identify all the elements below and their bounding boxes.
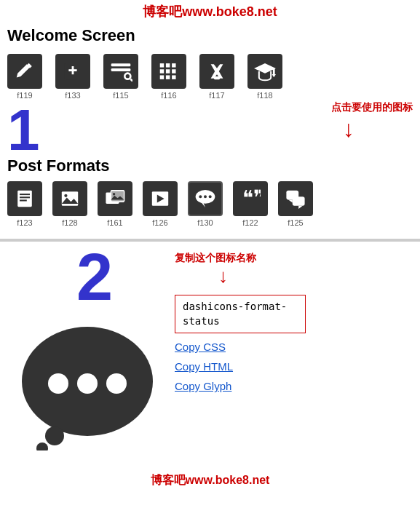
icon-box-f116[interactable] bbox=[151, 54, 186, 89]
icon-label-f161: f161 bbox=[107, 218, 122, 227]
svg-rect-15 bbox=[166, 75, 170, 79]
svg-point-27 bbox=[64, 194, 67, 197]
watermark-top: 博客吧www.boke8.net bbox=[0, 0, 420, 22]
svg-point-32 bbox=[113, 193, 115, 195]
icon-box-f128[interactable] bbox=[52, 181, 87, 216]
icon-item-f161[interactable]: f161 bbox=[98, 181, 132, 227]
svg-rect-18 bbox=[214, 76, 220, 79]
visibility-icon bbox=[109, 61, 132, 82]
icon-item-f118[interactable]: f118 bbox=[247, 54, 282, 100]
svg-point-38 bbox=[204, 195, 207, 198]
svg-rect-24 bbox=[20, 196, 30, 198]
icon-label-f130: f130 bbox=[197, 218, 213, 227]
icon-item-f123[interactable]: f123 bbox=[7, 181, 42, 227]
icon-box-f130[interactable] bbox=[188, 181, 223, 216]
icon-item-f119[interactable]: f119 bbox=[7, 54, 42, 100]
icon-box-f122[interactable]: ❝❞ bbox=[233, 181, 268, 216]
svg-line-7 bbox=[130, 79, 132, 82]
copy-html-link[interactable]: Copy HTML bbox=[175, 360, 413, 373]
plus-icon bbox=[63, 61, 83, 82]
graduation-icon bbox=[254, 61, 276, 82]
svg-point-6 bbox=[126, 74, 130, 78]
svg-rect-2 bbox=[68, 69, 76, 71]
svg-point-47 bbox=[48, 373, 68, 394]
edit-icon bbox=[15, 61, 35, 82]
svg-rect-16 bbox=[172, 75, 175, 79]
svg-rect-25 bbox=[20, 199, 27, 201]
section2-number: 2 bbox=[76, 245, 113, 310]
dismiss-icon bbox=[207, 61, 227, 82]
svg-rect-8 bbox=[160, 63, 164, 67]
svg-point-48 bbox=[77, 373, 98, 394]
icon-label-f123: f123 bbox=[17, 218, 32, 227]
gallery-icon bbox=[105, 188, 125, 209]
icon-box-f126[interactable] bbox=[143, 181, 178, 216]
section2: 2 复制这个图标名称 ↓ bbox=[0, 240, 420, 493]
svg-rect-3 bbox=[111, 63, 131, 66]
video-icon bbox=[150, 188, 170, 209]
watermark-bottom: 博客吧www.boke8.net bbox=[0, 470, 420, 493]
big-icon-preview bbox=[7, 303, 167, 463]
icon-label-f116: f116 bbox=[161, 91, 176, 100]
svg-marker-43 bbox=[288, 199, 293, 202]
status-icon bbox=[194, 188, 217, 209]
icon-label-f133: f133 bbox=[65, 91, 80, 100]
icon-box-f117[interactable] bbox=[199, 54, 234, 89]
icon-box-f119[interactable] bbox=[7, 54, 42, 89]
welcome-screen-section: 博客吧www.boke8.net Welcome Screen f119 f13… bbox=[0, 0, 420, 240]
section2-annotation-text: 复制这个图标名称 bbox=[175, 252, 256, 265]
icon-item-f115[interactable]: f115 bbox=[103, 54, 138, 100]
svg-marker-17 bbox=[211, 64, 223, 79]
svg-rect-12 bbox=[166, 69, 170, 73]
icon-name-box[interactable]: dashicons-format- status bbox=[175, 295, 306, 333]
svg-rect-44 bbox=[293, 196, 305, 206]
icon-item-f133[interactable]: f133 bbox=[55, 54, 90, 100]
svg-rect-30 bbox=[111, 191, 124, 202]
icon-box-f118[interactable] bbox=[247, 54, 282, 89]
note-icon bbox=[15, 188, 35, 209]
icon-item-f116[interactable]: f116 bbox=[151, 54, 186, 100]
quote-icon: ❝❞ bbox=[240, 188, 261, 209]
icon-box-f161[interactable] bbox=[98, 181, 132, 216]
icon-item-f125[interactable]: f125 bbox=[278, 181, 313, 227]
icon-box-f123[interactable] bbox=[7, 181, 42, 216]
chat-icon bbox=[285, 188, 306, 209]
welcome-icons-row: f119 f133 bbox=[0, 48, 420, 100]
section1-annotation: 点击要使用的图标 bbox=[331, 101, 413, 114]
svg-rect-10 bbox=[172, 63, 175, 67]
icon-item-f122[interactable]: ❝❞ f122 bbox=[233, 181, 268, 227]
grid-icon bbox=[158, 61, 180, 82]
icon-item-f117[interactable]: f117 bbox=[199, 54, 234, 100]
section2-left: 2 bbox=[7, 245, 167, 463]
section2-annotation-area: 复制这个图标名称 ↓ bbox=[175, 252, 413, 287]
svg-point-39 bbox=[209, 195, 212, 198]
svg-rect-9 bbox=[166, 63, 170, 67]
copy-css-link[interactable]: Copy CSS bbox=[175, 341, 413, 353]
icon-label-f126: f126 bbox=[152, 218, 167, 227]
svg-rect-22 bbox=[17, 191, 32, 207]
svg-rect-11 bbox=[160, 69, 164, 73]
svg-marker-19 bbox=[254, 63, 276, 74]
svg-point-49 bbox=[106, 373, 127, 394]
svg-text:❝❞: ❝❞ bbox=[242, 188, 261, 209]
svg-rect-13 bbox=[172, 69, 175, 73]
svg-marker-21 bbox=[272, 74, 276, 77]
icon-label-f128: f128 bbox=[62, 218, 77, 227]
icon-item-f126[interactable]: f126 bbox=[143, 181, 178, 227]
icon-label-f118: f118 bbox=[257, 91, 272, 100]
image-icon bbox=[60, 188, 80, 209]
icon-item-f130[interactable]: f130 bbox=[188, 181, 223, 227]
post-formats-icons-row: f123 f128 bbox=[0, 178, 420, 231]
icon-box-f133[interactable] bbox=[55, 54, 90, 89]
arrow-down-icon: ↓ bbox=[343, 116, 354, 143]
icon-label-f122: f122 bbox=[242, 218, 258, 227]
icon-box-f125[interactable] bbox=[278, 181, 313, 216]
copy-glyph-link[interactable]: Copy Glyph bbox=[175, 380, 413, 392]
svg-point-37 bbox=[199, 195, 202, 198]
svg-rect-23 bbox=[20, 194, 30, 195]
icon-box-f115[interactable] bbox=[103, 54, 138, 89]
svg-rect-14 bbox=[160, 75, 164, 79]
svg-point-51 bbox=[36, 442, 48, 450]
icon-item-f128[interactable]: f128 bbox=[52, 181, 87, 227]
section1-number: 1 bbox=[0, 101, 47, 159]
